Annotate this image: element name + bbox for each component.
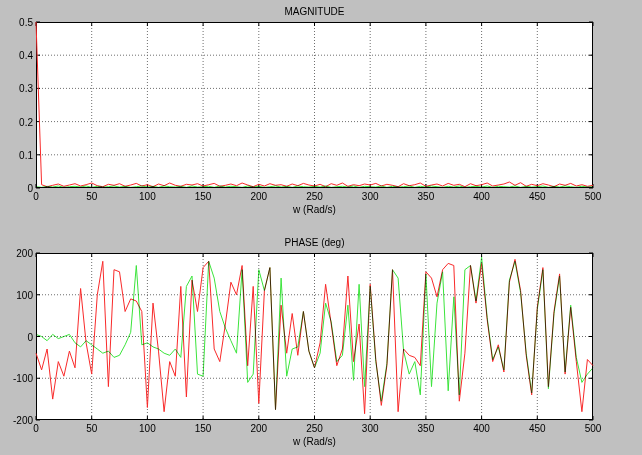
x-tick-label: 200: [250, 423, 267, 434]
x-tick-label: 50: [86, 423, 97, 434]
y-tick-label: 0.2: [3, 117, 33, 128]
x-tick-label: 0: [33, 191, 39, 202]
x-tick-label: 400: [473, 423, 490, 434]
magnitude-xlabel: w (Rad/s): [36, 204, 593, 216]
x-tick-label: 200: [250, 191, 267, 202]
y-tick-label: 0.4: [3, 50, 33, 61]
x-tick-label: 350: [418, 423, 435, 434]
x-tick-label: 250: [306, 191, 323, 202]
x-tick-label: 400: [473, 191, 490, 202]
y-tick-label: 0.3: [3, 83, 33, 94]
x-tick-label: 350: [418, 191, 435, 202]
y-tick-label: 0: [3, 183, 33, 194]
x-tick-label: 250: [306, 423, 323, 434]
x-tick-label: 500: [585, 423, 602, 434]
x-tick-label: 300: [362, 191, 379, 202]
figure-window: MAGNITUDE 050100150200250300350400450500…: [0, 0, 642, 455]
y-tick-label: -200: [3, 415, 33, 426]
y-tick-label: -100: [3, 373, 33, 384]
x-tick-label: 450: [529, 423, 546, 434]
x-tick-label: 500: [585, 191, 602, 202]
phase-plot-area: [36, 253, 593, 420]
y-tick-label: 100: [3, 290, 33, 301]
y-tick-label: 0.1: [3, 150, 33, 161]
magnitude-title: MAGNITUDE: [36, 6, 593, 18]
y-tick-label: 0.5: [3, 17, 33, 28]
x-tick-label: 150: [195, 191, 212, 202]
x-tick-label: 150: [195, 423, 212, 434]
magnitude-plot-area: [36, 22, 593, 188]
y-tick-label: 0: [3, 332, 33, 343]
x-tick-label: 100: [139, 423, 156, 434]
x-tick-label: 0: [33, 423, 39, 434]
phase-title: PHASE (deg): [36, 237, 593, 249]
x-tick-label: 100: [139, 191, 156, 202]
x-tick-label: 450: [529, 191, 546, 202]
phase-xlabel: w (Rad/s): [36, 436, 593, 448]
y-tick-label: 200: [3, 248, 33, 259]
x-tick-label: 300: [362, 423, 379, 434]
x-tick-label: 50: [86, 191, 97, 202]
